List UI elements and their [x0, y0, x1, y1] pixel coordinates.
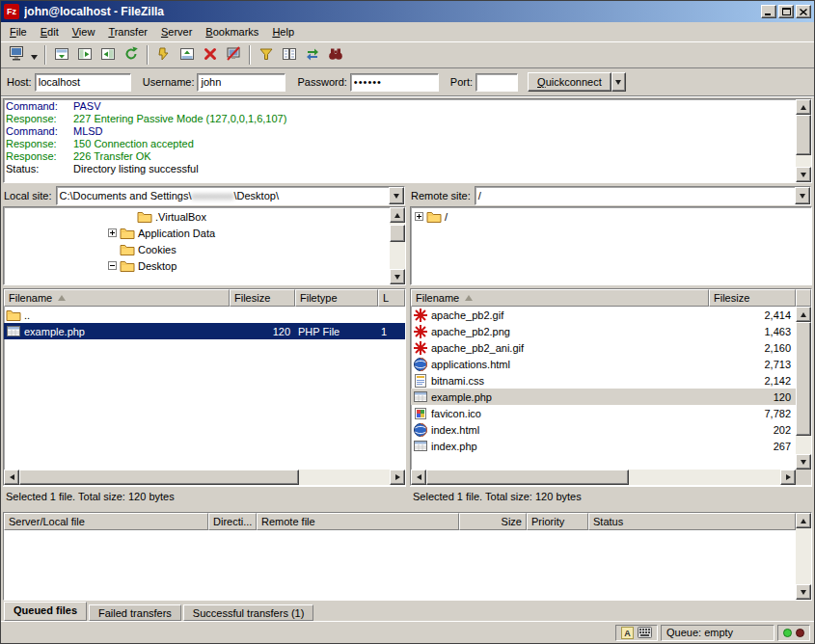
filename-cell: apache_pb2.gif	[411, 308, 709, 323]
menu-item-help[interactable]: Help	[265, 24, 301, 40]
scroll-down-button[interactable]	[796, 454, 811, 470]
maximize-button[interactable]	[778, 5, 794, 18]
minimize-button[interactable]	[761, 5, 776, 18]
site-manager-button[interactable]	[5, 43, 28, 67]
refresh-button[interactable]	[120, 43, 143, 67]
menu-item-view[interactable]: View	[66, 24, 102, 40]
scroll-right-button[interactable]	[390, 470, 405, 485]
toggle-log-button[interactable]	[50, 43, 73, 67]
remote-horizontal-scrollbar[interactable]	[411, 470, 811, 485]
cancel-button[interactable]	[199, 43, 222, 67]
scrollbar-track[interactable]	[796, 115, 811, 167]
scrollbar-track[interactable]	[796, 528, 811, 584]
scrollbar-track[interactable]	[390, 223, 405, 269]
file-row-index-php[interactable]: index.php267	[411, 438, 796, 454]
column-header-remote-file[interactable]: Remote file	[257, 513, 459, 530]
process-queue-button[interactable]	[152, 43, 176, 67]
titlebar[interactable]: Fz john@localhost - FileZilla	[1, 1, 814, 22]
menu-item-file[interactable]: File	[3, 24, 34, 40]
menu-item-bookmarks[interactable]: Bookmarks	[199, 24, 265, 40]
tree-item-application-data[interactable]: Application Data	[4, 225, 390, 241]
scroll-right-button[interactable]	[780, 470, 796, 485]
file-row-apache-pb2-gif[interactable]: apache_pb2.gif2,414	[411, 307, 796, 323]
queue-vertical-scrollbar[interactable]	[796, 513, 811, 600]
expand-icon[interactable]	[108, 228, 117, 237]
column-header-filetype[interactable]: Filetype	[295, 289, 378, 307]
queue-body[interactable]	[4, 530, 796, 600]
menu-item-server[interactable]: Server	[154, 24, 199, 40]
file-row-bitnami-css[interactable]: bitnami.css2,142	[411, 372, 796, 389]
scroll-up-button[interactable]	[796, 99, 811, 115]
tree-item-cookies[interactable]: Cookies	[4, 241, 390, 257]
sync-browsing-button[interactable]	[301, 43, 324, 67]
toggle-queue-button[interactable]	[176, 43, 199, 67]
scroll-left-button[interactable]	[411, 470, 426, 485]
filter-button[interactable]	[255, 43, 278, 67]
scroll-left-button[interactable]	[4, 470, 19, 485]
scrollbar-thumb[interactable]	[796, 322, 811, 436]
tab-queued-files[interactable]: Queued files	[4, 602, 87, 621]
password-input[interactable]	[350, 73, 439, 92]
tree-item-virtualbox[interactable]: .VirtualBox	[4, 208, 390, 225]
tree-item-item[interactable]: /	[411, 208, 811, 225]
local-tree-vertical-scrollbar[interactable]	[390, 207, 405, 284]
menu-item-transfer[interactable]: Transfer	[101, 24, 154, 40]
compare-button[interactable]	[278, 43, 301, 67]
close-button[interactable]	[796, 5, 811, 18]
find-button[interactable]	[324, 43, 347, 67]
scrollbar-thumb[interactable]	[426, 470, 629, 485]
column-header-filesize[interactable]: Filesize	[709, 289, 796, 307]
column-header-l[interactable]: L	[378, 289, 405, 307]
toggle-local-tree-button[interactable]	[73, 43, 96, 67]
column-header-size[interactable]: Size	[459, 513, 527, 530]
scrollbar-track[interactable]	[426, 470, 780, 485]
scrollbar-track[interactable]	[19, 470, 390, 485]
local-site-combobox[interactable]: C:\Documents and Settings\xxxxxxxx\Deskt…	[56, 186, 405, 205]
quickconnect-button[interactable]: Quickconnect	[528, 72, 611, 92]
disconnect-button[interactable]	[222, 43, 245, 67]
file-row-index-html[interactable]: index.html202	[411, 421, 796, 438]
host-input[interactable]	[35, 73, 131, 92]
collapse-icon[interactable]	[108, 261, 117, 270]
port-input[interactable]	[475, 73, 518, 92]
menu-item-edit[interactable]: Edit	[34, 24, 66, 40]
scrollbar-track[interactable]	[796, 322, 811, 454]
local-horizontal-scrollbar[interactable]	[4, 470, 405, 485]
column-header-filename[interactable]: Filename	[411, 289, 709, 307]
file-row-apache-pb2-png[interactable]: apache_pb2.png1,463	[411, 323, 796, 339]
scroll-up-button[interactable]	[796, 513, 811, 528]
column-header-priority[interactable]: Priority	[527, 513, 588, 530]
column-header-status[interactable]: Status	[588, 513, 796, 530]
local-site-dropdown-button[interactable]	[389, 187, 404, 204]
scrollbar-thumb[interactable]	[390, 225, 405, 242]
log-vertical-scrollbar[interactable]	[796, 99, 811, 182]
scroll-up-button[interactable]	[390, 207, 405, 223]
remote-site-combobox[interactable]: /	[475, 186, 811, 205]
remote-list-vertical-scrollbar[interactable]	[796, 307, 811, 470]
column-header-server-local-file[interactable]: Server/Local file	[4, 513, 208, 530]
quickconnect-dropdown-button[interactable]	[611, 72, 626, 92]
tab-failed-transfers[interactable]: Failed transfers	[89, 604, 181, 621]
file-row-parent-directory[interactable]: ..	[4, 307, 405, 323]
column-header-filesize[interactable]: Filesize	[230, 289, 295, 307]
site-manager-dropdown-button[interactable]	[28, 43, 41, 67]
column-header-filename[interactable]: Filename	[4, 289, 230, 307]
scrollbar-thumb[interactable]	[19, 470, 299, 485]
toggle-remote-tree-button[interactable]	[96, 43, 120, 67]
scrollbar-thumb[interactable]	[796, 115, 811, 155]
file-row-apache-pb2-ani-gif[interactable]: apache_pb2_ani.gif2,160	[411, 339, 796, 356]
column-header-directi[interactable]: Directi...	[208, 513, 257, 530]
scroll-down-button[interactable]	[796, 584, 811, 600]
scroll-down-button[interactable]	[796, 167, 811, 182]
scroll-down-button[interactable]	[390, 269, 405, 284]
file-row-example-php[interactable]: example.php120PHP File1	[4, 323, 405, 339]
file-row-applications-html[interactable]: applications.html2,713	[411, 356, 796, 372]
expand-icon[interactable]	[415, 212, 423, 221]
username-input[interactable]	[197, 73, 285, 92]
tab-successful-transfers-1[interactable]: Successful transfers (1)	[183, 604, 314, 621]
scroll-up-button[interactable]	[796, 307, 811, 322]
file-row-favicon-ico[interactable]: favicon.ico7,782	[411, 405, 796, 421]
tree-item-desktop[interactable]: Desktop	[4, 257, 390, 274]
remote-site-dropdown-button[interactable]	[795, 187, 810, 204]
file-row-example-php[interactable]: example.php120	[411, 389, 796, 405]
